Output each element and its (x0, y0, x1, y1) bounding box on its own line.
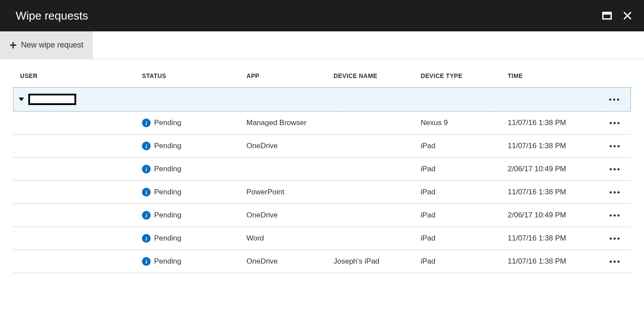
cell-status: i Pending (142, 188, 246, 197)
cell-device-type: iPad (421, 211, 508, 220)
cell-app: OneDrive (246, 142, 334, 150)
wipe-requests-blade: Wipe requests + New wipe request U (0, 0, 644, 273)
table-row[interactable]: i Pending OneDrive iPad 11/07/16 1:38 PM (13, 135, 631, 158)
new-wipe-request-button[interactable]: + New wipe request (0, 31, 93, 59)
table-row[interactable]: i Pending Managed Browser Nexus 9 11/07/… (13, 112, 631, 135)
more-icon (610, 122, 620, 124)
title-actions (600, 10, 634, 22)
grid-body: i Pending Managed Browser Nexus 9 11/07/… (13, 112, 631, 273)
close-icon (623, 11, 632, 20)
table-row[interactable]: i Pending OneDrive Joseph's iPad iPad 11… (13, 250, 631, 273)
row-menu[interactable] (601, 261, 627, 263)
info-icon: i (142, 165, 151, 173)
info-icon: i (142, 119, 151, 127)
cell-status: i Pending (142, 234, 246, 243)
cell-time: 11/07/16 1:38 PM (508, 188, 601, 197)
more-icon (610, 191, 620, 193)
col-user[interactable]: USER (20, 72, 142, 79)
group-user-redacted (28, 94, 76, 105)
status-text: Pending (154, 188, 181, 197)
cell-time: 2/06/17 10:49 PM (508, 211, 601, 220)
col-app[interactable]: APP (246, 72, 334, 79)
status-text: Pending (154, 142, 181, 150)
new-wipe-request-label: New wipe request (21, 41, 83, 50)
row-menu[interactable] (601, 214, 627, 217)
status-text: Pending (154, 165, 181, 173)
cell-device-type: iPad (421, 234, 508, 243)
table-row[interactable]: i Pending OneDrive iPad 2/06/17 10:49 PM (13, 204, 631, 227)
info-icon: i (142, 188, 151, 197)
table-row[interactable]: i Pending PowerPoint iPad 11/07/16 1:38 … (13, 181, 631, 204)
close-button[interactable] (621, 10, 634, 22)
row-menu[interactable] (601, 168, 627, 170)
more-icon (610, 237, 620, 240)
group-row-menu[interactable] (601, 98, 627, 101)
svg-rect-1 (603, 13, 611, 15)
cell-device-type: iPad (421, 188, 508, 197)
info-icon: i (142, 257, 151, 266)
col-status[interactable]: STATUS (142, 72, 246, 79)
cell-status: i Pending (142, 211, 246, 220)
wipe-requests-grid: USER STATUS APP DEVICE NAME DEVICE TYPE … (0, 59, 644, 273)
col-time[interactable]: TIME (508, 72, 601, 79)
cell-status: i Pending (142, 119, 246, 127)
cell-status: i Pending (142, 142, 246, 150)
cell-device-type: iPad (421, 257, 508, 266)
more-icon (610, 145, 620, 147)
status-text: Pending (154, 211, 181, 220)
more-icon (610, 168, 620, 170)
cell-time: 11/07/16 1:38 PM (508, 257, 601, 266)
page-title: Wipe requests (16, 9, 88, 23)
row-menu[interactable] (601, 191, 627, 193)
cell-app: OneDrive (246, 257, 334, 266)
more-icon (609, 98, 619, 101)
info-icon: i (142, 211, 151, 220)
table-row[interactable]: i Pending Word iPad 11/07/16 1:38 PM (13, 227, 631, 250)
plus-icon: + (10, 39, 17, 51)
info-icon: i (142, 142, 151, 150)
col-device-type[interactable]: DEVICE TYPE (421, 72, 508, 79)
cell-time: 11/07/16 1:38 PM (508, 234, 601, 243)
restore-icon (602, 12, 612, 20)
row-menu[interactable] (601, 237, 627, 240)
grid-header-row: USER STATUS APP DEVICE NAME DEVICE TYPE … (13, 68, 631, 87)
group-user-cell (19, 94, 141, 105)
row-menu[interactable] (601, 145, 627, 147)
cell-time: 11/07/16 1:38 PM (508, 142, 601, 150)
cell-time: 11/07/16 1:38 PM (508, 119, 601, 127)
col-device-name[interactable]: DEVICE NAME (334, 72, 421, 79)
cell-status: i Pending (142, 257, 246, 266)
cell-device-type: iPad (421, 165, 508, 173)
cell-app: PowerPoint (246, 188, 334, 197)
more-icon (610, 214, 620, 217)
restore-window-button[interactable] (600, 10, 614, 21)
row-menu[interactable] (601, 122, 627, 124)
title-bar: Wipe requests (0, 0, 644, 31)
more-icon (610, 261, 620, 263)
info-icon: i (142, 234, 151, 243)
status-text: Pending (154, 119, 181, 127)
cell-time: 2/06/17 10:49 PM (508, 165, 601, 173)
cell-device-type: Nexus 9 (421, 119, 508, 127)
chevron-down-icon[interactable] (19, 98, 24, 101)
cell-device-name: Joseph's iPad (334, 257, 421, 266)
status-text: Pending (154, 257, 181, 266)
table-row[interactable]: i Pending iPad 2/06/17 10:49 PM (13, 158, 631, 181)
toolbar: + New wipe request (0, 31, 644, 59)
cell-device-type: iPad (421, 142, 508, 150)
status-text: Pending (154, 234, 181, 243)
cell-app: Managed Browser (246, 119, 334, 127)
group-row[interactable] (13, 87, 631, 112)
cell-app: OneDrive (246, 211, 334, 220)
cell-status: i Pending (142, 165, 246, 173)
cell-app: Word (246, 234, 334, 243)
